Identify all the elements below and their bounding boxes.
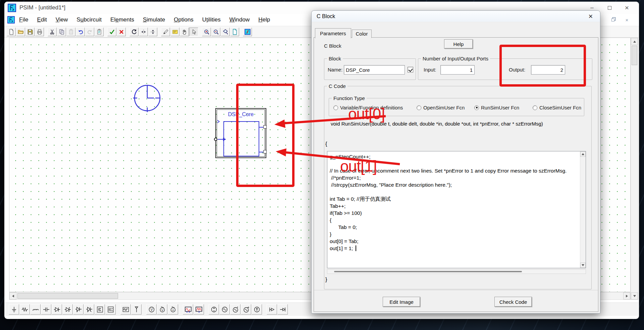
copy-button[interactable]: [57, 28, 66, 36]
draw-wire-button[interactable]: [161, 28, 170, 36]
radio-closesimuser-fcn[interactable]: CloseSimUser Fcn: [533, 105, 581, 110]
diode-button[interactable]: [52, 304, 62, 315]
mdi-close-button[interactable]: ×: [621, 16, 633, 23]
code-text[interactable]: g_nStepCount++; // In case of error, unc…: [330, 153, 579, 252]
flip-left-right-button[interactable]: [139, 28, 148, 36]
vertical-scroll-thumb[interactable]: [632, 46, 637, 65]
gto-button[interactable]: [84, 304, 94, 315]
zoom-out-button[interactable]: [211, 28, 220, 36]
save-button[interactable]: [25, 28, 35, 36]
dialog-title-bar[interactable]: C Block ×: [312, 11, 600, 22]
capacitor-button[interactable]: [41, 304, 51, 315]
dc-source-icon: [211, 306, 217, 313]
select-button[interactable]: [189, 28, 198, 36]
input-port[interactable]: [214, 138, 217, 141]
undo-button[interactable]: [76, 28, 85, 36]
probe-button[interactable]: [131, 304, 142, 315]
menu-subcircuit[interactable]: Subcircuit: [72, 16, 106, 23]
flip-top-bottom-button[interactable]: [148, 28, 157, 36]
voltage-sensor-button[interactable]: V: [157, 304, 167, 315]
tab-color[interactable]: Color: [352, 30, 372, 38]
run-simulation-button[interactable]: [243, 28, 252, 36]
code-scroll-down-button[interactable]: [580, 263, 586, 268]
gating-block-button[interactable]: [267, 304, 277, 315]
cut-button[interactable]: [48, 28, 57, 36]
svg-text:V: V: [150, 308, 153, 311]
run-check-button[interactable]: [107, 28, 116, 36]
zoom-window-button[interactable]: [221, 28, 230, 36]
current-scope-button[interactable]: [194, 304, 204, 315]
output-port-2[interactable]: [263, 150, 267, 153]
scroll-right-button[interactable]: [623, 292, 630, 299]
svg-text:V: V: [161, 308, 163, 312]
menu-file[interactable]: File: [15, 16, 33, 23]
radio-runsimuser-fcn[interactable]: RunSimUser Fcn: [474, 105, 519, 110]
fit-to-page-button[interactable]: [230, 28, 239, 36]
close-button[interactable]: ×: [618, 3, 636, 13]
name-field[interactable]: DSP_Core: [344, 65, 405, 75]
view-clipboard-button[interactable]: [95, 28, 104, 36]
code-vertical-scrollbar[interactable]: [580, 151, 586, 268]
new-file-button[interactable]: [7, 28, 16, 36]
menu-elements[interactable]: Elements: [106, 16, 139, 23]
display-name-checkbox[interactable]: [408, 67, 413, 73]
dc-source-button[interactable]: [209, 304, 219, 315]
paste-button[interactable]: [66, 28, 75, 36]
zener-diode-button[interactable]: [62, 304, 73, 315]
mdi-restore-button[interactable]: [607, 16, 619, 23]
code-horizontal-thumb[interactable]: [334, 271, 522, 272]
code-horizontal-scrollbar[interactable]: [327, 269, 586, 274]
mosfet-button[interactable]: [105, 304, 116, 315]
ammeter-button[interactable]: A: [168, 304, 178, 315]
sensor-button[interactable]: [277, 304, 288, 315]
open-file-button[interactable]: [16, 28, 25, 36]
voltage-scope-button[interactable]: [183, 304, 193, 315]
ground-button[interactable]: [9, 304, 19, 315]
voltmeter-button[interactable]: V: [146, 304, 157, 315]
scroll-down-button[interactable]: [631, 292, 638, 299]
ac-source-2-button[interactable]: [230, 304, 240, 315]
maximize-button[interactable]: [601, 3, 618, 13]
horizontal-scroll-thumb[interactable]: [17, 293, 118, 299]
controlled-voltage-source-button[interactable]: [241, 304, 251, 315]
output-port-1[interactable]: [263, 125, 267, 129]
menu-options[interactable]: Options: [169, 16, 198, 23]
ac-source-button[interactable]: [219, 304, 230, 315]
code-editor[interactable]: g_nStepCount++; // In case of error, unc…: [327, 151, 586, 268]
scroll-left-button[interactable]: [9, 292, 16, 299]
edit-image-button[interactable]: Edit Image: [383, 297, 420, 307]
help-button[interactable]: Help: [444, 39, 473, 49]
controlled-current-source-button[interactable]: [252, 304, 262, 315]
pan-button[interactable]: [180, 28, 189, 36]
scroll-up-button[interactable]: [631, 38, 638, 45]
dialog-close-button[interactable]: ×: [586, 13, 595, 20]
code-scroll-up-button[interactable]: [580, 151, 586, 157]
place-label-button[interactable]: [170, 28, 179, 36]
clock-element[interactable]: [132, 83, 163, 115]
tab-parameters[interactable]: Parameters: [315, 28, 351, 38]
vertical-scrollbar[interactable]: [631, 38, 638, 300]
stop-button[interactable]: [117, 28, 126, 36]
input-count-field[interactable]: 1: [440, 65, 475, 75]
dsp-core-block[interactable]: DSP_Core: [215, 108, 266, 158]
check-code-button[interactable]: Check Code: [494, 297, 532, 307]
menu-view[interactable]: View: [51, 16, 72, 23]
thyristor-button[interactable]: [73, 304, 84, 315]
menu-window[interactable]: Window: [225, 16, 254, 23]
igbt-button[interactable]: [95, 304, 105, 315]
radio-opensimuser-fcn[interactable]: OpenSimUser Fcn: [417, 105, 465, 110]
inductor-button[interactable]: [30, 304, 41, 315]
zoom-in-button[interactable]: [202, 28, 211, 36]
output-count-field[interactable]: 2: [531, 65, 565, 75]
radio-variable-function-definitions[interactable]: Variable/Function definitions: [333, 105, 403, 110]
square-wave-source-button[interactable]: [120, 304, 131, 315]
menu-help[interactable]: Help: [254, 16, 274, 23]
menu-simulate[interactable]: Simulate: [139, 16, 169, 23]
resistor-button[interactable]: [19, 304, 30, 315]
maximize-icon: [608, 6, 611, 10]
menu-edit[interactable]: Edit: [33, 16, 51, 23]
redo-button[interactable]: [85, 28, 94, 36]
rotate-button[interactable]: [129, 28, 139, 36]
print-button[interactable]: [35, 28, 44, 36]
menu-utilities[interactable]: Utilities: [198, 16, 225, 23]
